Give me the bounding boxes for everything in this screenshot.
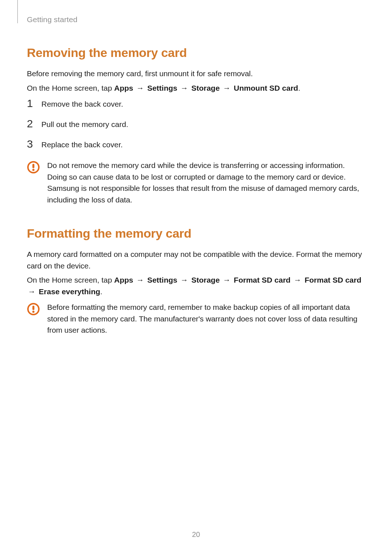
nav-suffix: . [298, 84, 300, 92]
caution-block: Before formatting the memory card, remem… [27, 301, 365, 336]
nav-step: Settings [147, 84, 177, 92]
arrow-icon: → [293, 274, 302, 286]
nav-step: Unmount SD card [234, 84, 298, 92]
header-rule [17, 0, 18, 23]
nav-path: On the Home screen, tap Apps → Settings … [27, 274, 365, 297]
caution-text: Do not remove the memory card while the … [47, 160, 365, 205]
nav-step: Settings [147, 276, 177, 284]
nav-step: Format SD card [305, 276, 361, 284]
nav-step: Apps [114, 276, 133, 284]
step-item: Remove the back cover. [27, 99, 365, 110]
section-formatting-memory-card: Formatting the memory card A memory card… [27, 226, 365, 336]
running-head: Getting started [27, 15, 365, 24]
intro-paragraph: Before removing the memory card, first u… [27, 68, 365, 79]
arrow-icon: → [135, 274, 145, 286]
step-item: Pull out the memory card. [27, 119, 365, 130]
nav-prefix: On the Home screen, tap [27, 276, 114, 284]
arrow-icon: → [222, 274, 232, 286]
section-title: Formatting the memory card [27, 226, 365, 241]
nav-suffix: . [100, 287, 102, 296]
nav-path: On the Home screen, tap Apps → Settings … [27, 82, 365, 94]
caution-icon [27, 161, 40, 174]
intro-paragraph: A memory card formatted on a computer ma… [27, 249, 365, 271]
arrow-icon: → [179, 82, 189, 94]
section-title: Removing the memory card [27, 46, 365, 60]
step-item: Replace the back cover. [27, 139, 365, 150]
nav-step: Erase everything [39, 287, 100, 296]
numbered-steps: Remove the back cover. Pull out the memo… [27, 99, 365, 150]
arrow-icon: → [135, 82, 145, 94]
caution-block: Do not remove the memory card while the … [27, 160, 365, 205]
svg-point-2 [32, 169, 34, 171]
arrow-icon: → [27, 286, 37, 297]
nav-step: Format SD card [234, 276, 290, 284]
arrow-icon: → [179, 274, 189, 286]
nav-step: Storage [191, 276, 220, 284]
svg-point-5 [32, 311, 34, 313]
section-removing-memory-card: Removing the memory card Before removing… [27, 46, 365, 205]
svg-rect-1 [32, 164, 34, 168]
document-page: Getting started Removing the memory card… [0, 0, 392, 554]
nav-step: Storage [191, 84, 220, 92]
nav-step: Apps [114, 84, 133, 92]
caution-text: Before formatting the memory card, remem… [47, 301, 365, 336]
page-number: 20 [0, 530, 392, 539]
svg-rect-4 [32, 306, 34, 310]
nav-prefix: On the Home screen, tap [27, 84, 114, 92]
caution-icon [27, 303, 40, 316]
arrow-icon: → [222, 82, 232, 94]
